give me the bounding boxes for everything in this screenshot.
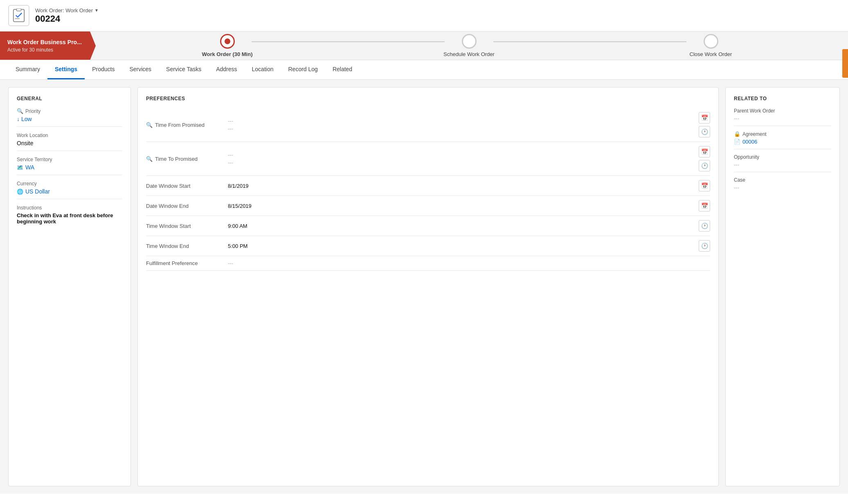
currency-icon: 🌐 (17, 189, 23, 195)
tab-services[interactable]: Services (122, 60, 159, 79)
time-from-calendar-icon[interactable]: 📅 (699, 112, 710, 124)
priority-label: 🔍 Priority (17, 108, 122, 114)
tab-settings[interactable]: Settings (47, 60, 85, 79)
preferences-card: PREFERENCES 🔍 Time From Promised --- ---… (137, 87, 719, 486)
agreement-field: 🔒 Agreement 📄 00006 (734, 131, 831, 149)
parent-work-order-label: Parent Work Order (734, 108, 831, 114)
main-content: GENERAL 🔍 Priority ↓ Low Work Location O… (0, 80, 848, 494)
parent-work-order-field: Parent Work Order --- (734, 108, 831, 126)
service-territory-value[interactable]: 🗺️ WA (17, 164, 122, 175)
service-territory-field: Service Territory 🗺️ WA (17, 157, 122, 175)
tab-summary[interactable]: Summary (8, 60, 47, 79)
search-icon-ttp: 🔍 (146, 156, 153, 162)
work-location-label: Work Location (17, 133, 122, 138)
time-window-start-clock-icon[interactable]: 🕐 (699, 220, 710, 232)
doc-icon: 📄 (734, 139, 740, 145)
date-window-end-value: 8/15/2019 (228, 203, 694, 209)
step-close[interactable]: Close Work Order (590, 34, 832, 57)
header-chevron[interactable]: ▾ (95, 7, 98, 13)
time-window-end-value: 5:00 PM (228, 243, 694, 249)
time-from-promised-row: 🔍 Time From Promised --- --- 📅 🕐 (146, 108, 710, 142)
priority-text: Low (21, 116, 32, 122)
step-label-close: Close Work Order (690, 51, 732, 57)
agreement-label: 🔒 Agreement (734, 131, 831, 137)
time-window-end-row: Time Window End 5:00 PM 🕐 (146, 236, 710, 256)
related-to-card: RELATED TO Parent Work Order --- 🔒 Agree… (725, 87, 840, 486)
header-title: Work Order: Work Order ▾ 00224 (35, 7, 98, 24)
currency-label: Currency (17, 181, 122, 187)
progress-sidebar: Work Order Business Pro... Active for 30… (0, 32, 90, 60)
record-number: 00224 (35, 14, 98, 24)
general-section-title: GENERAL (17, 96, 122, 101)
time-to-label: 🔍 Time To Promised (146, 156, 228, 162)
time-to-val1: --- (228, 152, 694, 158)
step-label-schedule: Schedule Work Order (443, 51, 495, 57)
instructions-field: Instructions Check in with Eva at front … (17, 205, 122, 229)
related-to-section-title: RELATED TO (734, 96, 831, 101)
tab-products[interactable]: Products (85, 60, 122, 79)
nav-tabs: Summary Settings Products Services Servi… (0, 60, 848, 80)
time-to-val2: --- (228, 160, 694, 166)
service-territory-text: WA (25, 164, 34, 171)
time-window-end-label: Time Window End (146, 243, 228, 249)
time-from-values: --- --- (228, 118, 694, 132)
general-card: GENERAL 🔍 Priority ↓ Low Work Location O… (8, 87, 131, 486)
priority-low-link[interactable]: ↓ Low (17, 116, 122, 122)
time-window-end-clock-icon[interactable]: 🕐 (699, 240, 710, 252)
time-to-promised-row: 🔍 Time To Promised --- --- 📅 🕐 (146, 142, 710, 176)
step-circle-close (704, 34, 718, 49)
service-territory-label: Service Territory (17, 157, 122, 162)
step-circle-work-order (220, 34, 235, 49)
agreement-value[interactable]: 📄 00006 (734, 139, 831, 149)
date-window-start-value: 8/1/2019 (228, 183, 694, 189)
opportunity-value: --- (734, 162, 831, 172)
currency-text: US Dollar (25, 188, 50, 195)
priority-icon: 🔍 (17, 108, 23, 114)
time-window-start-row: Time Window Start 9:00 AM 🕐 (146, 216, 710, 236)
currency-field: Currency 🌐 US Dollar (17, 181, 122, 199)
preferences-section-title: PREFERENCES (146, 96, 710, 101)
time-to-clock-icon[interactable]: 🕐 (699, 160, 710, 171)
search-icon-tfp: 🔍 (146, 122, 153, 128)
currency-value[interactable]: 🌐 US Dollar (17, 188, 122, 199)
tab-record-log[interactable]: Record Log (281, 60, 325, 79)
svg-rect-1 (16, 9, 21, 11)
instructions-value: Check in with Eva at front desk before b… (17, 212, 122, 229)
date-window-end-row: Date Window End 8/15/2019 📅 (146, 196, 710, 216)
time-from-clock-icon[interactable]: 🕐 (699, 126, 710, 137)
priority-value: ↓ Low (17, 116, 122, 127)
date-window-end-label: Date Window End (146, 203, 228, 209)
fulfillment-preference-label: Fulfillment Preference (146, 260, 228, 266)
case-field: Case --- (734, 177, 831, 195)
app-icon (8, 5, 29, 26)
agreement-text: 00006 (742, 139, 757, 145)
time-to-calendar-icon[interactable]: 📅 (699, 146, 710, 158)
opportunity-field: Opportunity --- (734, 154, 831, 172)
orange-edge-bar (842, 49, 848, 78)
step-schedule[interactable]: Schedule Work Order (348, 34, 590, 57)
time-from-val2: --- (228, 126, 694, 132)
progress-steps: Work Order (30 Min) Schedule Work Order … (90, 32, 848, 60)
time-from-label: 🔍 Time From Promised (146, 122, 228, 128)
step-work-order[interactable]: Work Order (30 Min) (106, 34, 348, 57)
progress-sidebar-sub: Active for 30 minutes (7, 47, 83, 53)
tab-location[interactable]: Location (245, 60, 281, 79)
lock-icon: 🔒 (734, 131, 740, 137)
opportunity-label: Opportunity (734, 154, 831, 160)
case-value: --- (734, 184, 831, 195)
tab-address[interactable]: Address (209, 60, 244, 79)
work-location-field: Work Location Onsite (17, 133, 122, 151)
time-window-start-label: Time Window Start (146, 223, 228, 229)
progress-sidebar-title: Work Order Business Pro... (7, 39, 83, 45)
header-subtitle-text: Work Order: Work Order (35, 7, 93, 14)
tab-service-tasks[interactable]: Service Tasks (159, 60, 209, 79)
date-window-start-row: Date Window Start 8/1/2019 📅 (146, 176, 710, 196)
date-window-start-calendar-icon[interactable]: 📅 (699, 180, 710, 191)
instructions-label: Instructions (17, 205, 122, 211)
date-window-end-calendar-icon[interactable]: 📅 (699, 200, 710, 212)
tab-related[interactable]: Related (325, 60, 360, 79)
parent-work-order-value: --- (734, 115, 831, 126)
time-window-start-value: 9:00 AM (228, 223, 694, 229)
down-arrow-icon: ↓ (17, 116, 20, 122)
time-from-icons: 📅 🕐 (699, 112, 710, 137)
